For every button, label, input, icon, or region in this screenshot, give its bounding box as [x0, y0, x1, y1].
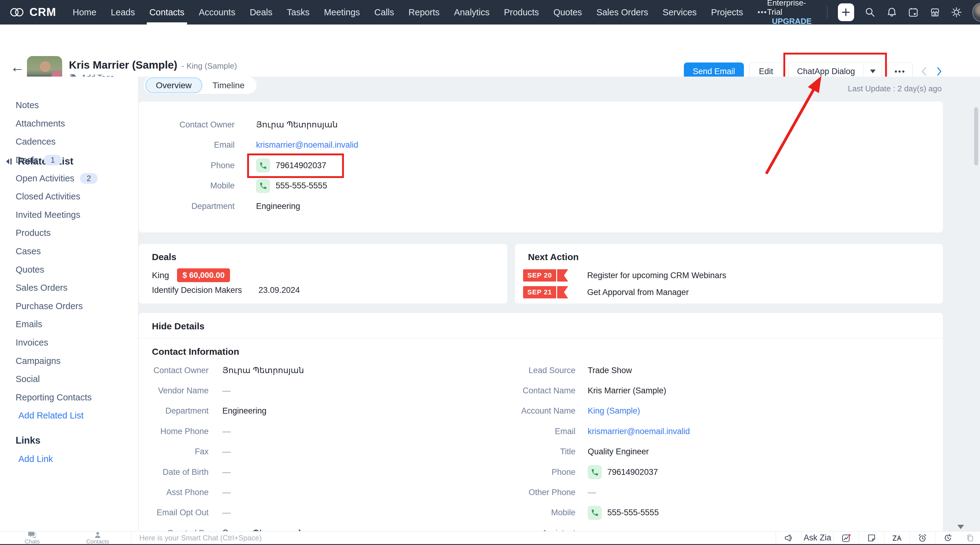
field-value-contact-owner: Յուրա Պետրոսյան	[222, 360, 304, 381]
contacts-presence-label: Contacts	[86, 539, 109, 544]
top-nav: CRM Home Leads Contacts Accounts Deals T…	[0, 0, 980, 24]
sidebar-item-attachments[interactable]: Attachments	[0, 115, 138, 133]
insights-icon	[841, 533, 851, 543]
nav-item-products[interactable]: Products	[504, 0, 539, 24]
mobile-call-icon[interactable]	[256, 179, 270, 193]
field-label-lead-source: Lead Source	[484, 360, 576, 381]
contact-account-suffix[interactable]: - King (Sample)	[181, 61, 237, 71]
quick-create-button[interactable]	[838, 3, 854, 21]
calendar-icon[interactable]	[908, 6, 919, 18]
history-icon	[943, 533, 953, 543]
nav-item-contacts[interactable]: Contacts	[150, 0, 185, 24]
next-action-item[interactable]: SEP 20 Register for upcoming CRM Webinar…	[523, 269, 726, 282]
phone-call-icon[interactable]	[256, 158, 270, 172]
nav-item-services[interactable]: Services	[663, 0, 697, 24]
sidebar-item-deals[interactable]: Deals1	[0, 151, 138, 169]
field-label-asst-phone: Asst Phone	[139, 482, 208, 502]
sidebar-item-invited-meetings[interactable]: Invited Meetings	[0, 206, 138, 224]
nav-item-calls[interactable]: Calls	[374, 0, 394, 24]
field-label-other-phone: Other Phone	[484, 482, 576, 502]
summary-value-department: Engineering	[256, 202, 300, 211]
sidebar-item-purchase-orders[interactable]: Purchase Orders	[0, 297, 138, 316]
marketplace-icon[interactable]	[929, 6, 940, 18]
mobile-call-icon[interactable]	[588, 506, 602, 520]
nav-item-reports[interactable]: Reports	[409, 0, 440, 24]
nav-right-tools: Enterprise-Trial UPGRADE	[767, 0, 980, 26]
sidebar-item-invoices[interactable]: Invoices	[0, 334, 138, 352]
zia-sketch-button[interactable]	[884, 532, 910, 544]
nav-item-projects[interactable]: Projects	[711, 0, 743, 24]
field-value-phone[interactable]: 79614902037	[607, 467, 658, 477]
field-label-vendor-name: Vendor Name	[139, 381, 208, 401]
phone-call-icon[interactable]	[588, 465, 602, 479]
vertical-scrollbar-thumb[interactable]	[974, 107, 978, 166]
bell-icon[interactable]	[886, 6, 897, 18]
field-value-other-phone: —	[588, 482, 596, 502]
nav-item-quotes[interactable]: Quotes	[554, 0, 582, 24]
nav-item-home[interactable]: Home	[73, 0, 96, 24]
notes-button[interactable]	[859, 532, 884, 544]
field-value-mobile[interactable]: 555-555-5555	[607, 508, 659, 518]
zoho-crm-logo[interactable]: CRM	[9, 6, 56, 19]
chats-button[interactable]: Chats	[0, 532, 64, 544]
nav-item-accounts[interactable]: Accounts	[199, 0, 235, 24]
reminders-button[interactable]	[910, 532, 935, 544]
field-value-vendor-name: —	[222, 381, 231, 401]
summary-value-email[interactable]: krismarrier@noemail.invalid	[256, 140, 358, 150]
summary-label-phone: Phone	[139, 161, 235, 171]
contact-name-title: Kris Marrier (Sample)	[69, 59, 177, 71]
sidebar-item-sales-orders[interactable]: Sales Orders	[0, 279, 138, 297]
sidebar-item-cadences[interactable]: Cadences	[0, 133, 138, 151]
summary-value-mobile[interactable]: 555-555-5555	[275, 181, 327, 191]
back-arrow-icon[interactable]: ←	[10, 60, 24, 74]
flag-ribbon-icon	[557, 269, 568, 282]
plan-info: Enterprise-Trial UPGRADE	[767, 0, 816, 26]
prev-record-chevron-icon[interactable]	[920, 65, 928, 78]
next-record-chevron-icon[interactable]	[935, 65, 943, 78]
gear-icon[interactable]	[951, 6, 962, 18]
nav-item-deals[interactable]: Deals	[250, 0, 272, 24]
sidebar-item-open-activities[interactable]: Open Activities2	[0, 169, 138, 188]
sidebar-item-emails[interactable]: Emails	[0, 315, 138, 334]
ask-zia-button[interactable]: Ask Zia	[801, 532, 833, 544]
sidebar-item-campaigns[interactable]: Campaigns	[0, 352, 138, 370]
announcements-button[interactable]	[776, 532, 801, 544]
field-label-title: Title	[484, 442, 576, 462]
copy-button[interactable]	[960, 532, 980, 544]
add-link-link[interactable]: Add Link	[0, 450, 138, 468]
links-section-title: Links	[0, 432, 138, 450]
nav-item-analytics[interactable]: Analytics	[454, 0, 489, 24]
sidebar-item-products[interactable]: Products	[0, 224, 138, 242]
contacts-presence-button[interactable]: Contacts	[64, 532, 131, 544]
smart-chat-input[interactable]	[139, 533, 745, 543]
nav-overflow-button[interactable]: •••	[758, 0, 767, 24]
sidebar-item-quotes[interactable]: Quotes	[0, 260, 138, 279]
sidebar-item-social[interactable]: Social	[0, 370, 138, 389]
history-button[interactable]	[935, 532, 960, 544]
sidebar-item-notes[interactable]: Notes	[0, 96, 138, 115]
scroll-down-arrow-icon[interactable]	[957, 525, 964, 529]
tab-overview[interactable]: Overview	[145, 78, 202, 93]
deal-name[interactable]: King	[152, 271, 169, 280]
field-value-account-name[interactable]: King (Sample)	[588, 401, 640, 421]
hide-details-toggle[interactable]: Hide Details	[152, 321, 205, 331]
next-action-text: Register for upcoming CRM Webinars	[587, 271, 726, 280]
field-label-department: Department	[139, 401, 208, 421]
smart-chat-input-area	[131, 532, 776, 544]
sidebar-item-reporting-contacts[interactable]: Reporting Contacts	[0, 389, 138, 407]
nav-item-leads[interactable]: Leads	[111, 0, 135, 24]
add-related-list-link[interactable]: Add Related List	[0, 406, 138, 425]
summary-value-phone[interactable]: 79614902037	[275, 161, 326, 171]
zia-insights-button[interactable]	[833, 532, 859, 544]
sidebar-item-closed-activities[interactable]: Closed Activities	[0, 188, 138, 206]
field-value-email[interactable]: krismarrier@noemail.invalid	[588, 421, 690, 441]
user-avatar[interactable]	[972, 3, 980, 22]
search-icon[interactable]	[865, 6, 876, 18]
next-action-item[interactable]: SEP 21 Get Apporval from Manager	[523, 286, 689, 298]
zoho-logo-icon	[9, 6, 25, 18]
nav-item-tasks[interactable]: Tasks	[287, 0, 310, 24]
nav-item-meetings[interactable]: Meetings	[324, 0, 360, 24]
tab-timeline[interactable]: Timeline	[202, 78, 255, 92]
sidebar-item-cases[interactable]: Cases	[0, 242, 138, 261]
nav-item-sales-orders[interactable]: Sales Orders	[596, 0, 648, 24]
